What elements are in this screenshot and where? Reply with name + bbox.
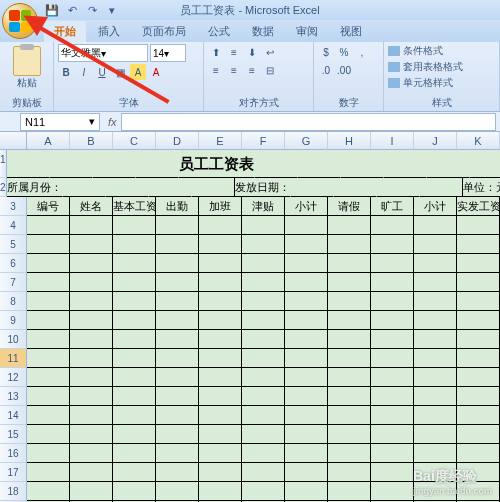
cell[interactable]: [113, 216, 156, 235]
cell[interactable]: [199, 235, 242, 254]
qat-dropdown-icon[interactable]: ▾: [104, 2, 120, 18]
align-bottom-icon[interactable]: ⬇: [244, 44, 260, 60]
cell[interactable]: [242, 311, 285, 330]
cell[interactable]: 出勤: [156, 197, 199, 216]
cell[interactable]: [70, 349, 113, 368]
row-header[interactable]: 12: [0, 368, 27, 387]
cell[interactable]: [199, 216, 242, 235]
cell[interactable]: [199, 444, 242, 463]
comma-icon[interactable]: ,: [354, 44, 370, 60]
cell[interactable]: [328, 216, 371, 235]
table-format-button[interactable]: 套用表格格式: [388, 60, 495, 74]
col-header[interactable]: B: [70, 132, 113, 150]
cell[interactable]: 小计: [414, 197, 457, 216]
cell[interactable]: 发放日期：: [235, 178, 291, 197]
row-header[interactable]: 16: [0, 444, 27, 463]
cell[interactable]: [70, 444, 113, 463]
row-header[interactable]: 10: [0, 330, 27, 349]
cell[interactable]: [242, 273, 285, 292]
cell[interactable]: [242, 368, 285, 387]
col-header[interactable]: J: [414, 132, 457, 150]
cell[interactable]: [199, 368, 242, 387]
cell[interactable]: [414, 368, 457, 387]
cell[interactable]: [328, 254, 371, 273]
cell[interactable]: [285, 387, 328, 406]
cell[interactable]: [457, 463, 500, 482]
col-header[interactable]: D: [156, 132, 199, 150]
row-header[interactable]: 9: [0, 311, 27, 330]
cell[interactable]: [199, 387, 242, 406]
cell[interactable]: [106, 178, 149, 197]
cell[interactable]: [70, 406, 113, 425]
cell[interactable]: [27, 444, 70, 463]
cell[interactable]: [371, 444, 414, 463]
cell[interactable]: 小计: [285, 197, 328, 216]
cell[interactable]: [457, 311, 500, 330]
redo-icon[interactable]: ↷: [84, 2, 100, 18]
cell[interactable]: [156, 482, 199, 501]
row-header[interactable]: 14: [0, 406, 27, 425]
cell[interactable]: [113, 425, 156, 444]
cell[interactable]: [27, 349, 70, 368]
cell[interactable]: [371, 349, 414, 368]
cell[interactable]: [371, 330, 414, 349]
cell[interactable]: [70, 273, 113, 292]
cell[interactable]: [242, 444, 285, 463]
bold-button[interactable]: B: [58, 64, 74, 80]
cell[interactable]: [156, 349, 199, 368]
cell[interactable]: [328, 349, 371, 368]
cell[interactable]: [113, 463, 156, 482]
cell[interactable]: [285, 235, 328, 254]
cell[interactable]: [470, 150, 500, 178]
cell[interactable]: [156, 254, 199, 273]
col-header[interactable]: H: [328, 132, 371, 150]
cell[interactable]: [156, 368, 199, 387]
cell[interactable]: [156, 406, 199, 425]
row-header[interactable]: 6: [0, 254, 27, 273]
cell[interactable]: [414, 292, 457, 311]
cell[interactable]: [414, 330, 457, 349]
cell[interactable]: [414, 482, 457, 501]
tab-formula[interactable]: 公式: [198, 21, 240, 42]
cell[interactable]: [328, 330, 371, 349]
cell[interactable]: [156, 444, 199, 463]
name-box[interactable]: N11▾: [20, 113, 100, 131]
select-all-corner[interactable]: [0, 132, 27, 150]
cell[interactable]: [199, 273, 242, 292]
cell[interactable]: [156, 311, 199, 330]
cell[interactable]: [70, 425, 113, 444]
cell[interactable]: [156, 235, 199, 254]
cell[interactable]: [113, 273, 156, 292]
cell[interactable]: [420, 178, 463, 197]
cell[interactable]: [285, 444, 328, 463]
col-header[interactable]: G: [285, 132, 328, 150]
office-button[interactable]: [2, 3, 38, 39]
cell[interactable]: [457, 216, 500, 235]
cell[interactable]: [285, 463, 328, 482]
cell[interactable]: [149, 178, 192, 197]
cell[interactable]: [328, 425, 371, 444]
cell[interactable]: [414, 311, 457, 330]
row-header[interactable]: 3: [0, 197, 27, 216]
cell[interactable]: [457, 235, 500, 254]
cell[interactable]: [371, 235, 414, 254]
cell[interactable]: [285, 482, 328, 501]
cell[interactable]: [285, 254, 328, 273]
cell[interactable]: [298, 150, 341, 178]
cell[interactable]: [414, 463, 457, 482]
cell[interactable]: [156, 330, 199, 349]
col-header[interactable]: I: [371, 132, 414, 150]
cell[interactable]: [414, 235, 457, 254]
cell[interactable]: [199, 311, 242, 330]
cell[interactable]: [255, 150, 298, 178]
tab-insert[interactable]: 插入: [88, 21, 130, 42]
cell[interactable]: [199, 292, 242, 311]
cell[interactable]: 实发工资: [457, 197, 500, 216]
font-size-select[interactable]: 14▾: [150, 44, 186, 62]
cell[interactable]: [328, 292, 371, 311]
tab-home[interactable]: 开始: [44, 21, 86, 42]
cell[interactable]: [414, 216, 457, 235]
cell[interactable]: [285, 406, 328, 425]
undo-icon[interactable]: ↶: [64, 2, 80, 18]
cell[interactable]: [199, 425, 242, 444]
